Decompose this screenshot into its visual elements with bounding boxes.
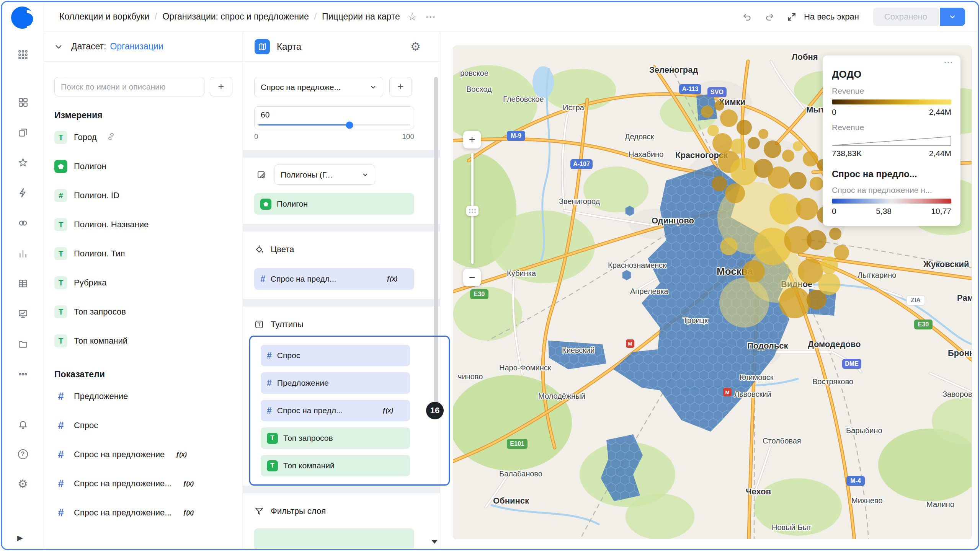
tooltip-field-chip[interactable]: # Спрос на предл... ƒ(x) — [261, 400, 410, 421]
tooltip-field-chip[interactable]: # Предложение — [261, 372, 410, 394]
dimension-item-poligon-nazvanie[interactable]: T Полигон. Название — [44, 210, 243, 239]
slider-range: 0 100 — [254, 132, 414, 141]
measure-label: Предложение — [74, 391, 128, 401]
fullscreen-label[interactable]: На весь экран — [804, 12, 859, 22]
road-shield: Е101 — [507, 439, 528, 449]
map-label: Заворово — [942, 390, 972, 398]
legend-layer2-title: Спрос на предло... — [832, 169, 951, 179]
dimension-item-poligon-id[interactable]: # Полигон. ID — [44, 181, 243, 210]
zoom-out-button[interactable]: − — [463, 269, 481, 286]
nav-more-icon[interactable] — [17, 368, 29, 380]
notifications-bell-icon[interactable] — [17, 418, 29, 430]
breadcrumb-collections[interactable]: Коллекции и воркбуки — [59, 11, 149, 22]
map-label: Малино — [926, 500, 954, 509]
breadcrumb: Коллекции и воркбуки / Организации: спро… — [59, 11, 400, 22]
settings-gear-icon[interactable]: ⚙ — [17, 478, 29, 490]
zoom-slider-handle[interactable] — [466, 206, 479, 216]
dimension-item-gorod[interactable]: T Город — [44, 123, 243, 152]
saved-button[interactable]: Сохранено — [873, 8, 939, 26]
add-layer-button[interactable]: + — [389, 77, 412, 96]
demand-range: 0 5,38 10,77 — [832, 207, 951, 216]
filter-field-chip[interactable] — [254, 528, 414, 550]
measure-item[interactable]: # Спрос на предложение... ƒ(x) — [44, 498, 243, 527]
measure-item[interactable]: # Спрос на предложение... ƒ(x) — [44, 469, 243, 498]
map-label: Климовск — [740, 373, 774, 381]
string-type-icon: T — [54, 247, 67, 260]
road-shield: А-107 — [570, 159, 593, 169]
dimension-item-poligon[interactable]: Полигон — [44, 152, 243, 181]
chip-label: Топ компаний — [283, 461, 335, 470]
nav-workbooks-icon[interactable] — [17, 126, 29, 139]
chevron-down-icon — [362, 171, 369, 178]
fullscreen-icon[interactable] — [785, 10, 799, 24]
tooltip-field-chip[interactable]: T Топ компаний — [261, 455, 410, 476]
measure-select[interactable]: Спрос на предложе... — [254, 77, 383, 97]
dimension-item-top-kompaniy[interactable]: T Топ компаний — [44, 326, 243, 355]
breadcrumb-current: Пиццерии на карте — [322, 11, 400, 22]
chart-settings-gear-icon[interactable]: ⚙ — [410, 40, 421, 53]
nav-datasets-icon[interactable] — [17, 277, 29, 290]
datalens-logo[interactable] — [11, 7, 33, 29]
panel-scrollbar[interactable] — [434, 77, 438, 408]
dimension-item-poligon-tip[interactable]: T Полигон. Тип — [44, 239, 243, 268]
nav-functions-icon[interactable] — [17, 187, 29, 199]
dataset-name-link[interactable]: Организации — [110, 41, 163, 52]
zoom-slider[interactable] — [471, 153, 474, 264]
field-search-input[interactable] — [54, 77, 204, 96]
map-label: Новый Быт — [772, 523, 812, 531]
chart-type-label[interactable]: Карта — [277, 41, 403, 52]
geolayer-type-icon — [254, 165, 268, 185]
apps-grid-icon[interactable] — [17, 49, 29, 61]
geolayer-select[interactable]: Полигоны (Г... — [274, 165, 375, 185]
collapse-chevron-icon[interactable] — [54, 42, 63, 51]
filters-title: Фильтры слоя — [271, 506, 326, 516]
colors-field-chip[interactable]: # Спрос на предл... ƒ(x) — [254, 268, 414, 290]
colors-title: Цвета — [271, 245, 294, 254]
map-label: Звенигород — [559, 197, 600, 205]
dimension-item-top-zaprosov[interactable]: T Топ запросов — [44, 297, 243, 326]
zoom-in-button[interactable]: + — [463, 131, 481, 148]
slider-knob[interactable] — [346, 121, 353, 129]
measure-number-icon: # — [54, 420, 67, 432]
breadcrumb-workbook[interactable]: Организации: спрос и предложение — [162, 11, 309, 22]
measure-item[interactable]: # Спрос на предложение ƒ(x) — [44, 440, 243, 469]
undo-icon[interactable] — [740, 10, 754, 24]
help-icon[interactable]: ? — [17, 448, 29, 460]
add-field-button[interactable]: + — [210, 77, 232, 96]
measure-number-icon: # — [54, 478, 67, 490]
slider-track[interactable] — [258, 124, 410, 126]
save-dropdown-button[interactable] — [940, 8, 965, 26]
dimension-item-rubrika[interactable]: T Рубрика — [44, 268, 243, 297]
nav-connections-icon[interactable] — [17, 217, 29, 229]
nav-storage-icon[interactable] — [17, 338, 29, 350]
geolayer-select-value: Полигоны (Г... — [281, 170, 332, 179]
measure-item[interactable]: # Предложение — [44, 382, 243, 411]
string-type-icon: T — [267, 433, 278, 444]
nav-dashboards-icon[interactable] — [17, 308, 29, 320]
tutorial-step-badge: 16 — [426, 402, 444, 419]
formula-icon: ƒ(x) — [183, 509, 194, 516]
road-shield: М-4 — [846, 476, 865, 486]
dimensions-title: Измерения — [54, 110, 232, 121]
map-chart-icon[interactable] — [255, 39, 270, 54]
opacity-slider: 60 — [254, 106, 414, 129]
measure-item[interactable]: # Спрос — [44, 411, 243, 440]
redo-icon[interactable] — [763, 10, 776, 24]
nav-charts-icon[interactable] — [17, 247, 29, 259]
favorite-star-icon[interactable]: ☆ — [408, 11, 417, 23]
section-divider — [243, 299, 440, 306]
tooltip-field-chip[interactable]: # Спрос — [261, 345, 410, 366]
string-type-icon: T — [54, 305, 67, 318]
legend-more-icon[interactable]: ⋯ — [944, 57, 954, 68]
nav-collections-icon[interactable] — [17, 96, 29, 108]
measures-title: Показатели — [54, 369, 232, 380]
tooltip-field-chip[interactable]: T Топ запросов — [261, 427, 410, 449]
size-ramp-icon — [832, 136, 951, 146]
nav-favorites-icon[interactable] — [17, 156, 29, 169]
legend-layer1-title: ДОДО — [832, 68, 951, 80]
polygon-field-chip[interactable]: Полигон — [254, 193, 414, 215]
range-max: 2,44M — [929, 108, 951, 117]
scroll-down-arrow-icon[interactable] — [431, 540, 438, 544]
expand-sidebar-button[interactable]: ▶ — [17, 533, 23, 542]
more-menu-icon[interactable]: ⋯ — [425, 11, 436, 23]
